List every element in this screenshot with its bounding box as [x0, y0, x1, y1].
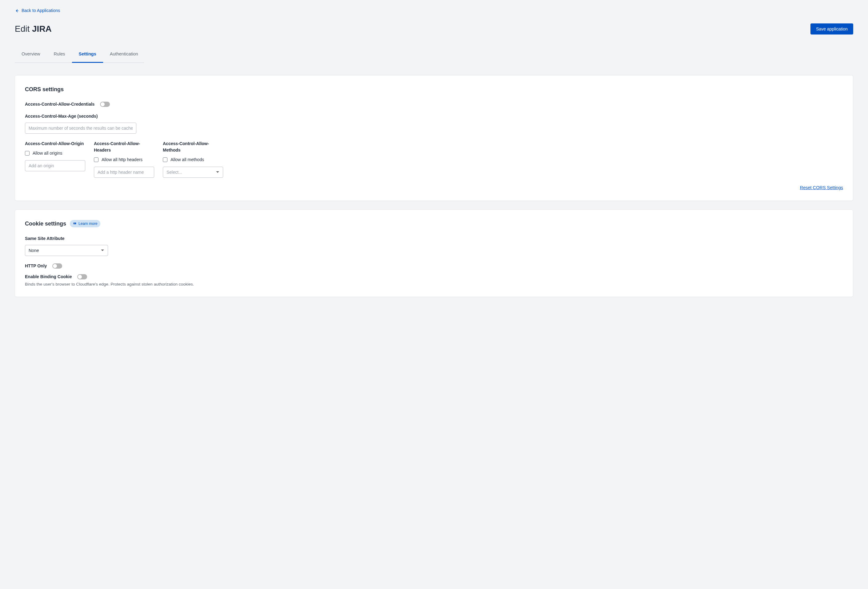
reset-cors-link[interactable]: Reset CORS Settings [800, 185, 843, 191]
max-age-input[interactable] [25, 123, 136, 134]
tab-settings[interactable]: Settings [72, 46, 103, 63]
learn-more-badge[interactable]: Learn more [70, 220, 100, 227]
tab-authentication[interactable]: Authentication [103, 46, 145, 63]
back-to-applications-link[interactable]: Back to Applications [15, 6, 60, 14]
binding-cookie-label: Enable Binding Cookie [25, 274, 72, 280]
tabs: Overview Rules Settings Authentication [15, 46, 144, 63]
allow-all-headers-checkbox[interactable] [94, 157, 99, 162]
binding-cookie-help: Binds the user's browser to Cloudflare's… [25, 281, 843, 287]
save-application-button[interactable]: Save application [810, 24, 853, 34]
cors-settings-card: CORS settings Access-Control-Allow-Crede… [15, 75, 853, 201]
allow-all-methods-checkbox[interactable] [163, 157, 167, 162]
allow-all-methods-label: Allow all methods [171, 157, 204, 163]
allow-origin-label: Access-Control-Allow-Origin [25, 141, 85, 147]
back-link-label: Back to Applications [22, 7, 60, 14]
cors-title: CORS settings [25, 85, 843, 94]
http-only-toggle[interactable] [52, 263, 62, 269]
max-age-label: Access-Control-Max-Age (seconds) [25, 113, 843, 120]
http-only-label: HTTP Only [25, 263, 47, 269]
book-icon [73, 222, 77, 225]
allow-methods-label: Access-Control-Allow-Methods [163, 141, 223, 153]
cookie-title: Cookie settings [25, 220, 66, 228]
binding-cookie-toggle[interactable] [77, 274, 87, 280]
add-header-input[interactable] [94, 167, 154, 178]
allow-headers-label: Access-Control-Allow-Headers [94, 141, 154, 153]
tab-overview[interactable]: Overview [15, 46, 47, 63]
add-origin-input[interactable] [25, 160, 85, 171]
same-site-label: Same Site Attribute [25, 235, 843, 242]
arrow-left-icon [15, 9, 19, 13]
allow-all-headers-label: Allow all http headers [102, 157, 143, 163]
allow-credentials-toggle[interactable] [100, 102, 110, 107]
methods-select[interactable]: Select... [163, 167, 223, 178]
tab-rules[interactable]: Rules [47, 46, 72, 63]
allow-all-origins-label: Allow all origins [32, 150, 62, 157]
same-site-select[interactable]: None [25, 245, 108, 256]
allow-all-origins-checkbox[interactable] [25, 151, 30, 155]
cookie-settings-card: Cookie settings Learn more Same Site Att… [15, 210, 853, 297]
page-title: Edit JIRA [15, 22, 52, 36]
allow-credentials-label: Access-Control-Allow-Credentials [25, 101, 94, 108]
